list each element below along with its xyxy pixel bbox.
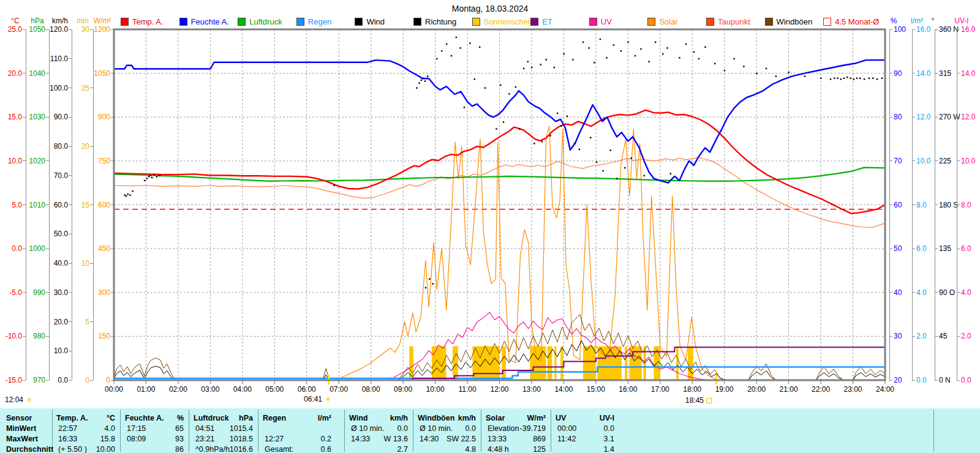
x-axis-label: 00:00 [103, 385, 125, 394]
table-cell-value: 15.8 [56, 434, 115, 444]
table-column-unit: % [125, 413, 184, 423]
x-axis-label: 04:00 [232, 385, 254, 394]
x-axis-label: 14:00 [552, 385, 575, 394]
table-cell-value: 125 [486, 444, 546, 453]
sunset-icon [706, 398, 712, 403]
x-axis-label: 21:00 [778, 385, 800, 394]
x-axis-label: 03:00 [199, 385, 221, 394]
sunrise-icon: ☀ [325, 395, 332, 403]
sun-noon-marker: 12:04 ☀ [5, 395, 33, 404]
table-cell-value: 0.0 [349, 424, 408, 433]
x-axis-label: 19:00 [714, 385, 736, 394]
table-separator [933, 410, 934, 452]
table-row-label: Durchschnitt [6, 444, 50, 453]
table-cell-value: 4.0 [56, 424, 115, 433]
table-cell-value: SW 22.5 [418, 434, 476, 444]
table-cell-value: 0.0 [418, 424, 476, 433]
direction-dots [124, 37, 883, 288]
x-axis-label: 22:00 [810, 385, 832, 394]
table-cell-value: 1018.5 [194, 434, 253, 444]
x-axis-label: 08:00 [360, 385, 382, 394]
x-axis-label: 15:00 [585, 385, 607, 394]
sun-icon: ☀ [26, 396, 33, 404]
sunset-time: 18:45 [685, 396, 704, 405]
table-cell-value: 93 [125, 434, 184, 444]
table-cell-value: 4.8 [418, 444, 476, 453]
table-column-unit: W/m² [486, 413, 546, 423]
table-cell-value: 869 [486, 434, 546, 444]
x-axis-label: 02:00 [167, 385, 189, 394]
sensor-summary-table: SensorMinWertMaxWertDurchschnittTemp. A.… [0, 408, 980, 453]
sunrise-time: 06:41 [304, 395, 322, 403]
x-axis-label: 05:00 [263, 385, 285, 394]
sunset-marker: 18:45 [685, 396, 712, 405]
table-cell-value: 10.00 [56, 444, 115, 453]
x-axis-label: 18:00 [681, 385, 703, 394]
table-cell-value: 1015.4 [194, 424, 253, 433]
table-column-unit: UV-I [556, 413, 614, 423]
table-cell-value: 0.0 [556, 424, 614, 433]
table-separator [258, 410, 258, 452]
table-column-unit: °C [56, 413, 115, 423]
table-row-label: MinWert [6, 424, 50, 433]
table-cell-value: 1.4 [556, 444, 614, 453]
x-axis-label: 13:00 [521, 385, 543, 394]
x-axis-label: 23:00 [842, 385, 864, 394]
x-axis-label: 01:00 [135, 385, 157, 394]
x-axis-label: 24:00 [874, 385, 896, 394]
x-axis-label: 09:00 [392, 385, 414, 394]
sunrise-marker: 06:41 ☀ [304, 395, 332, 403]
x-axis-label: 10:00 [424, 385, 447, 394]
x-axis-label: 11:00 [456, 385, 478, 394]
table-separator [481, 410, 481, 452]
table-separator [120, 410, 121, 452]
table-cell-value: 0.2 [263, 434, 331, 444]
x-axis-label: 17:00 [649, 385, 671, 394]
table-row-label: MaxWert [6, 434, 50, 444]
table-column-unit: hPa [194, 413, 253, 423]
table-cell-value: 2.7 [349, 444, 408, 453]
table-column-unit: km/h [349, 413, 408, 423]
table-column-unit: km/h [418, 413, 476, 423]
x-axis-label: 20:00 [745, 385, 767, 394]
table-cell-value: 1016.6 [194, 444, 253, 453]
table-separator [551, 410, 551, 452]
x-axis-label: 07:00 [328, 385, 350, 394]
table-separator [189, 410, 189, 452]
table-separator [413, 410, 413, 452]
table-cell-value: 65 [125, 424, 184, 433]
table-column-unit: l/m² [263, 413, 331, 423]
sun-noon-time: 12:04 [5, 395, 23, 404]
table-separator [344, 410, 345, 452]
x-axis-label: 16:00 [617, 385, 639, 394]
table-cell-value: -39.719 [486, 424, 546, 433]
table-row-label: Sensor [6, 413, 50, 423]
table-cell-value: 0.6 [263, 444, 331, 453]
table-cell-value: 86 [125, 444, 184, 453]
weather-chart-window: Montag, 18.03.2024 Temp. A.Feuchte A.Luf… [0, 0, 980, 453]
table-cell-value: 3.1 [556, 434, 614, 444]
table-cell-value: W 13.6 [349, 434, 408, 444]
x-axis-label: 12:00 [489, 385, 511, 394]
x-axis-label: 06:00 [296, 385, 318, 394]
